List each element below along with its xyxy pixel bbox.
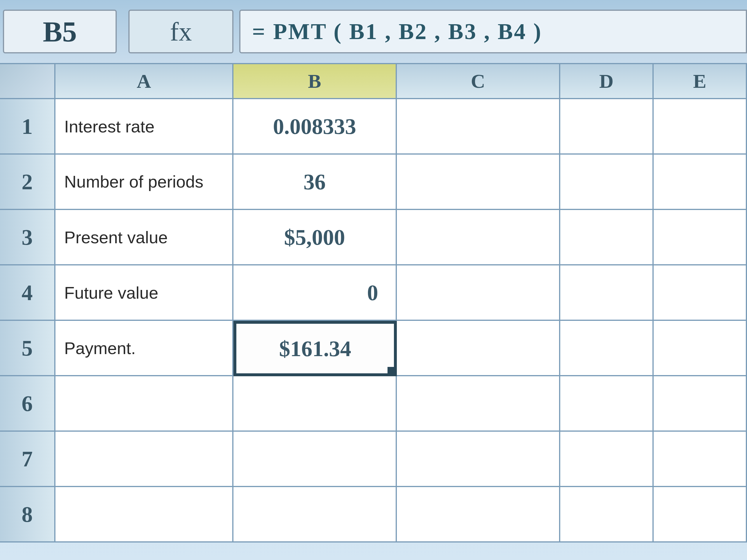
cell-b3[interactable]: $5,000 — [233, 210, 397, 265]
row-header-3[interactable]: 3 — [0, 210, 54, 265]
cell-d4[interactable] — [560, 265, 654, 321]
row-header-5[interactable]: 5 — [0, 321, 54, 376]
grid-main: A B C D E Interest rate 0.008333 Number … — [55, 64, 747, 542]
cell-c2[interactable] — [397, 155, 560, 210]
column-headers-row: A B C D E — [55, 64, 747, 99]
grid-row-2: Number of periods 36 — [55, 155, 747, 210]
col-header-a[interactable]: A — [55, 64, 233, 98]
row-header-8[interactable]: 8 — [0, 487, 54, 542]
cell-b8[interactable] — [233, 487, 397, 542]
col-header-d[interactable]: D — [560, 64, 654, 98]
cell-a2[interactable]: Number of periods — [55, 155, 233, 210]
cell-c6[interactable] — [397, 376, 560, 432]
grid-row-1: Interest rate 0.008333 — [55, 99, 747, 155]
cell-a5[interactable]: Payment. — [55, 321, 233, 376]
cell-d6[interactable] — [560, 376, 654, 432]
grid-row-3: Present value $5,000 — [55, 210, 747, 265]
cell-b7[interactable] — [233, 432, 397, 487]
cell-a1[interactable]: Interest rate — [55, 99, 233, 155]
row-headers-column: 1 2 3 4 5 6 7 8 — [0, 64, 55, 542]
grid-row-7 — [55, 432, 747, 487]
cell-a7[interactable] — [55, 432, 233, 487]
cell-a6[interactable] — [55, 376, 233, 432]
cell-e1[interactable] — [654, 99, 747, 155]
col-header-e[interactable]: E — [654, 64, 747, 98]
cell-d2[interactable] — [560, 155, 654, 210]
cell-c3[interactable] — [397, 210, 560, 265]
cell-e3[interactable] — [654, 210, 747, 265]
cell-b1[interactable]: 0.008333 — [233, 99, 397, 155]
formula-bar: B5 fx = PMT ( B1 , B2 , B3 , B4 ) — [0, 0, 747, 64]
cell-d1[interactable] — [560, 99, 654, 155]
cell-b6[interactable] — [233, 376, 397, 432]
cell-a3[interactable]: Present value — [55, 210, 233, 265]
cell-e4[interactable] — [654, 265, 747, 321]
cell-d5[interactable] — [560, 321, 654, 376]
cell-e5[interactable] — [654, 321, 747, 376]
cell-e8[interactable] — [654, 487, 747, 542]
grid-row-6 — [55, 376, 747, 432]
formula-input[interactable]: = PMT ( B1 , B2 , B3 , B4 ) — [239, 10, 747, 53]
cell-e6[interactable] — [654, 376, 747, 432]
cell-e2[interactable] — [654, 155, 747, 210]
cell-a4[interactable]: Future value — [55, 265, 233, 321]
cell-reference-box[interactable]: B5 — [3, 10, 117, 53]
spreadsheet-grid: 1 2 3 4 5 6 7 8 A B C D E Interest rate … — [0, 64, 747, 542]
cell-c4[interactable] — [397, 265, 560, 321]
cell-d7[interactable] — [560, 432, 654, 487]
grid-row-4: Future value 0 — [55, 265, 747, 321]
row-header-7[interactable]: 7 — [0, 432, 54, 487]
cell-c1[interactable] — [397, 99, 560, 155]
cell-e7[interactable] — [654, 432, 747, 487]
cell-d8[interactable] — [560, 487, 654, 542]
grid-row-5: Payment. $161.34 — [55, 321, 747, 376]
cell-a8[interactable] — [55, 487, 233, 542]
cell-c8[interactable] — [397, 487, 560, 542]
row-header-1[interactable]: 1 — [0, 99, 54, 155]
cell-d3[interactable] — [560, 210, 654, 265]
row-header-6[interactable]: 6 — [0, 376, 54, 432]
cell-b5-selected[interactable]: $161.34 — [233, 321, 397, 376]
col-header-b[interactable]: B — [233, 64, 397, 98]
row-header-4[interactable]: 4 — [0, 265, 54, 321]
select-all-corner[interactable] — [0, 64, 54, 99]
cell-b2[interactable]: 36 — [233, 155, 397, 210]
cell-c7[interactable] — [397, 432, 560, 487]
row-header-2[interactable]: 2 — [0, 155, 54, 210]
grid-row-8 — [55, 487, 747, 542]
cell-b4[interactable]: 0 — [233, 265, 397, 321]
fx-label[interactable]: fx — [128, 10, 233, 53]
col-header-c[interactable]: C — [397, 64, 560, 98]
cell-c5[interactable] — [397, 321, 560, 376]
